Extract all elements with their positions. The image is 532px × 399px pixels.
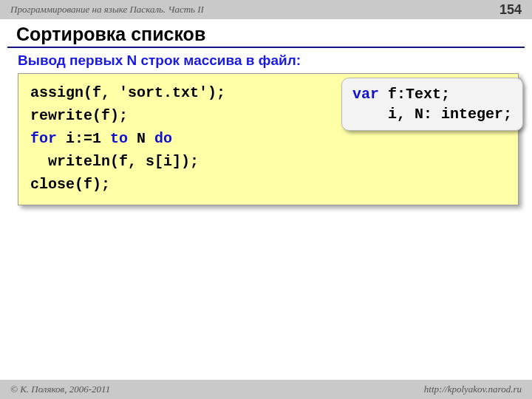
var-line-1: f:Text; [379,86,450,103]
header-bar: Программирование на языке Паскаль. Часть… [0,0,532,19]
code-line-2: rewrite(f); [30,107,128,124]
page-number: 154 [499,2,522,18]
footer-bar: © К. Поляков, 2006-2011 http://kpolyakov… [0,380,532,399]
code-line-3d: N [128,130,154,147]
footer-url: http://kpolyakov.narod.ru [424,383,522,395]
code-line-3b: i:=1 [57,130,110,147]
course-label: Программирование на языке Паскаль. Часть… [10,4,204,16]
code-line-4: writeln(f, s[i]); [30,153,199,170]
copyright-label: © К. Поляков, 2006-2011 [10,383,110,395]
var-line-2: i, N: integer; [352,106,512,123]
code-kw-do: do [154,130,172,147]
code-line-5: close(f); [30,176,110,193]
var-declaration-box: var f:Text; i, N: integer; [341,78,523,131]
code-area: assign(f, 'sort.txt'); rewrite(f); for i… [18,73,519,205]
title-row: Сортировка списков [0,19,532,47]
page-title: Сортировка списков [16,24,519,45]
code-kw-for: for [30,130,57,147]
title-divider [7,47,525,48]
var-kw: var [352,86,379,103]
code-line-1: assign(f, 'sort.txt'); [30,84,225,101]
code-kw-to: to [110,130,128,147]
section-subtitle: Вывод первых N строк массива в файл: [0,52,532,73]
